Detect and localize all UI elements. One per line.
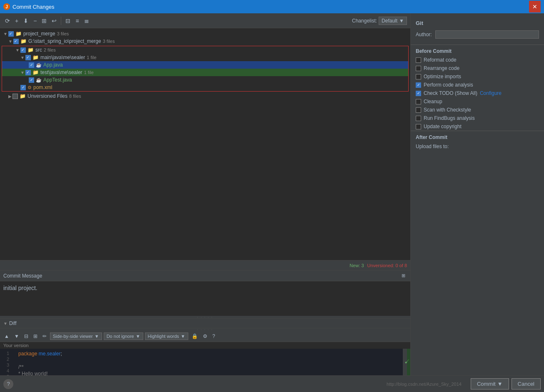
tree-item-unversioned[interactable]: ▶ 📁 Unversioned Files 8 files: [0, 92, 410, 100]
diff-viewer-dropdown[interactable]: Side-by-side viewer ▼: [50, 332, 102, 340]
checkbox-unversioned[interactable]: [12, 94, 18, 99]
folder-icon-3: 📁: [32, 55, 39, 60]
tree-item-apptestjava[interactable]: ✓ ☕ AppTest.java: [2, 76, 408, 84]
filecount-test: 1 file: [84, 70, 94, 75]
git-author-input[interactable]: [435, 30, 539, 39]
help-button[interactable]: ?: [3, 379, 13, 389]
diff-lock-button[interactable]: 🔒: [190, 332, 200, 340]
cancel-button[interactable]: Cancel: [512, 378, 541, 390]
tree-item-project-merge[interactable]: ▼ ✓ 📁 project_merge 3 files: [0, 30, 410, 37]
checkbox-optimize[interactable]: [416, 74, 421, 79]
commit-message-label: Commit Message: [3, 273, 42, 279]
diff-settings-button[interactable]: ⚙: [201, 332, 209, 340]
filename-project-merge: project_merge: [23, 31, 55, 37]
diff-export-button[interactable]: ⊟: [22, 332, 30, 340]
diff-linenum-4: 4: [0, 368, 15, 374]
filecount-path: 3 files: [103, 39, 115, 44]
diff-ignore-arrow-icon: ▼: [136, 334, 140, 339]
changelist-label: Changelist:: [352, 18, 377, 24]
remove-button[interactable]: −: [32, 17, 38, 25]
filename-test: test\java\me\sealer: [40, 69, 82, 75]
undo-button[interactable]: ↩: [50, 17, 58, 25]
compare-button[interactable]: ⊞: [40, 17, 48, 25]
checkbox-cleanup[interactable]: [416, 99, 421, 104]
option-label-optimize: Optimize imports: [424, 74, 461, 79]
checkbox-main[interactable]: ✓: [25, 55, 31, 60]
checkbox-rearrange[interactable]: [416, 66, 421, 71]
add-button[interactable]: +: [13, 17, 20, 25]
diff-line-3: /**: [18, 364, 401, 370]
filecount-main: 1 file: [87, 55, 96, 60]
refresh-button[interactable]: ⟳: [3, 17, 12, 25]
right-panel: Git Author: Before Commit Reformat code …: [411, 13, 544, 392]
diff-highlight-dropdown[interactable]: Highlight words ▼: [145, 332, 188, 340]
filename-path: G:\start_spring_io\project_merge: [28, 38, 101, 44]
tree-item-src[interactable]: ▼ ✓ 📁 src 2 files: [2, 46, 408, 54]
tree-item-appjava[interactable]: ✓ ☕ App.java: [2, 61, 408, 69]
arrow-icon-2: ▼: [15, 48, 20, 52]
configure-link[interactable]: Configure: [480, 90, 502, 96]
commit-message-input[interactable]: [0, 281, 410, 315]
option-row-todo: ✓ Check TODO (Show All) Configure: [411, 89, 544, 97]
diff-resizer-dots: · · · · ·: [197, 328, 213, 332]
commit-button[interactable]: Commit ▼: [471, 378, 509, 390]
settings-button[interactable]: ≡: [74, 17, 80, 25]
bottom-bar: ? http://blog.csdn.net/Azure_Sky_2014 Co…: [0, 375, 544, 392]
option-row-rearrange: Rearrange code: [411, 64, 544, 72]
changelist-arrow-icon: ▼: [399, 18, 404, 24]
checkbox-path[interactable]: ✓: [13, 39, 19, 44]
checkbox-src[interactable]: ✓: [20, 47, 26, 53]
title-bar: J Commit Changes ✕: [0, 0, 544, 13]
close-button[interactable]: ✕: [529, 1, 541, 12]
main-container: ⟳ + ⬇ − ⊞ ↩ ⊟ ≡ ≣ Changelist: Default ▼ …: [0, 13, 544, 392]
filename-unversioned: Unversioned Files: [27, 93, 67, 99]
xml-icon-pomxml: ⚙: [27, 85, 32, 90]
red-border-section: ▼ ✓ 📁 src 2 files ▼ ✓ 📁 main\java\me\sea…: [2, 46, 409, 92]
diff-highlight-arrow-icon: ▼: [181, 334, 185, 339]
checkbox-reformat[interactable]: [416, 57, 421, 63]
download-button[interactable]: ⬇: [22, 17, 30, 25]
folder-icon-5: 📁: [32, 69, 39, 75]
tree-item-pomxml[interactable]: ✓ ⚙ pom.xml: [2, 84, 408, 91]
checkbox-findbugs[interactable]: [416, 116, 421, 121]
java-icon-appjava: ☕: [36, 62, 42, 68]
option-row-checkstyle: Scan with Checkstyle: [411, 106, 544, 114]
checkbox-copyright[interactable]: [416, 124, 421, 129]
checkbox-appjava[interactable]: ✓: [29, 62, 34, 68]
expand-button[interactable]: ⊟: [64, 17, 72, 25]
git-author-label: Author:: [416, 32, 432, 37]
checkbox-test[interactable]: ✓: [25, 70, 31, 75]
sort-button[interactable]: ≣: [82, 17, 91, 25]
status-bar: New: 3 Unversioned: 0 of 8: [0, 260, 410, 270]
tree-item-main[interactable]: ▼ ✓ 📁 main\java\me\sealer 1 file: [2, 54, 408, 61]
diff-edit-button[interactable]: ✏: [41, 332, 48, 340]
diff-up-button[interactable]: ▲: [2, 332, 11, 340]
diff-import-button[interactable]: ⊞: [32, 332, 39, 340]
status-unversioned: Unversioned: 0 of 8: [367, 263, 407, 268]
checkbox-pomxml[interactable]: ✓: [20, 85, 26, 90]
checkbox-analysis[interactable]: ✓: [416, 82, 421, 88]
diff-collapse-icon[interactable]: ▼: [3, 321, 7, 326]
git-section: Git Author:: [411, 13, 544, 45]
checkbox-todo[interactable]: ✓: [416, 91, 421, 96]
option-label-todo: Check TODO (Show All): [424, 90, 477, 96]
folder-icon-8: 📁: [20, 93, 26, 99]
filename-appjava: App.java: [43, 62, 63, 68]
checkbox-apptestjava[interactable]: ✓: [29, 77, 34, 83]
changelist-dropdown[interactable]: Default ▼: [379, 17, 407, 25]
filecount-unversioned: 8 files: [69, 94, 81, 99]
commit-message-expand-button[interactable]: ⊞: [400, 272, 407, 279]
diff-ignore-dropdown[interactable]: Do not ignore ▼: [104, 332, 143, 340]
option-row-analysis: ✓ Perform code analysis: [411, 81, 544, 89]
filecount-src: 2 files: [44, 47, 56, 52]
checkbox-checkstyle[interactable]: [416, 107, 421, 113]
tree-item-path[interactable]: ▼ ✓ 📁 G:\start_spring_io\project_merge 3…: [0, 37, 410, 45]
diff-viewer-value: Side-by-side viewer: [53, 334, 93, 339]
folder-icon-1: 📁: [20, 38, 27, 44]
option-label-cleanup: Cleanup: [424, 99, 442, 104]
option-label-rearrange: Rearrange code: [424, 65, 459, 71]
diff-help-button[interactable]: ?: [211, 332, 217, 340]
tree-item-test[interactable]: ▼ ✓ 📁 test\java\me\sealer 1 file: [2, 69, 408, 76]
diff-down-button[interactable]: ▼: [12, 332, 21, 340]
checkbox-project-merge[interactable]: ✓: [8, 31, 14, 37]
